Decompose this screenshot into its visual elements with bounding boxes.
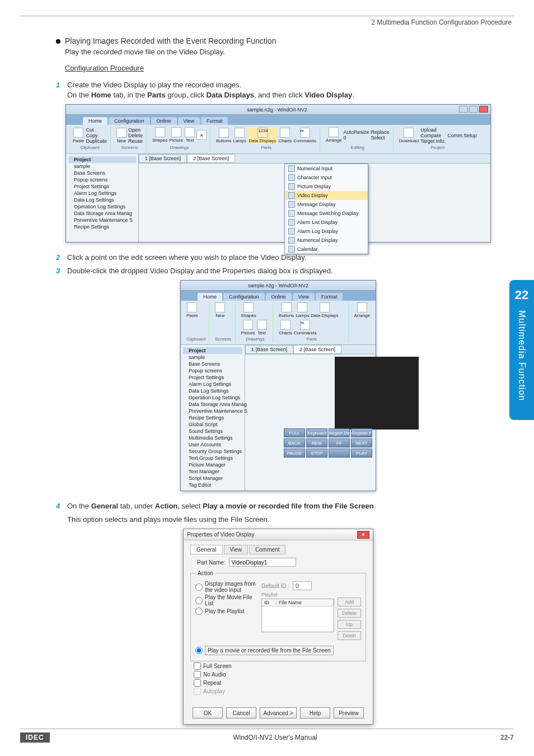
tree-item[interactable]: Preventive Maintenance S (183, 408, 242, 414)
check-no-audio[interactable]: No Audio (194, 671, 366, 678)
window-controls[interactable] (458, 106, 488, 114)
tab-general[interactable]: General (190, 545, 223, 554)
dropdown-item[interactable]: Numerical Display (285, 236, 368, 245)
text-button[interactable]: Text (185, 127, 195, 143)
tree-item[interactable]: Tag Editor (183, 482, 242, 488)
tree-item[interactable]: Project Settings (68, 183, 136, 190)
tree-item[interactable]: Operation Log Settings (183, 394, 242, 401)
preview-button[interactable]: Preview (334, 707, 364, 718)
keypad-button[interactable]: REW (306, 438, 327, 447)
tree-item[interactable]: Popup screens (183, 367, 242, 374)
dropdown-item[interactable]: Character Input (285, 173, 368, 182)
part-name-input[interactable] (229, 558, 296, 567)
dropdown-item[interactable]: Message Switching Display (285, 209, 368, 218)
tree-item[interactable]: Base Screens (183, 361, 242, 367)
data-displays-button[interactable]: 1234Data Displays (248, 127, 277, 144)
tab-comment[interactable]: Comment (249, 545, 285, 554)
dropdown-item[interactable]: Calendar (285, 245, 368, 254)
tree-item[interactable]: Security Group Settings (183, 448, 242, 455)
tree-item[interactable]: sample (183, 354, 242, 361)
cut-button[interactable]: Cut (86, 127, 107, 133)
dropdown-item[interactable]: Message Display (285, 200, 368, 209)
dropdown-item[interactable]: Picture Display (285, 182, 368, 191)
lamps-button[interactable]: Lamps (233, 128, 246, 143)
tree-item[interactable]: Data Storage Area Manag (68, 210, 136, 217)
dropdown-item[interactable]: Alarm Log Display (285, 227, 368, 236)
buttons-button[interactable]: Buttons (216, 128, 231, 143)
check-repeat[interactable]: Repeat (194, 679, 366, 687)
doc-tab[interactable]: 1 [Base Screen] (245, 345, 293, 354)
zero-field[interactable]: 0 (344, 135, 369, 141)
tree-item[interactable]: Project Settings (183, 374, 242, 381)
keypad-button[interactable]: BACK (284, 438, 305, 447)
tab-home[interactable]: Home (83, 117, 107, 125)
autoresize-button[interactable]: AutoResize (344, 129, 369, 135)
ok-button[interactable]: OK (193, 707, 223, 718)
a-button[interactable]: A (196, 130, 207, 140)
picture-button[interactable]: Picture (169, 127, 183, 143)
tab-home[interactable]: Home (198, 293, 222, 301)
radio-video-input[interactable]: Display images from the video input (195, 581, 261, 593)
tree-item[interactable]: Sound Settings (183, 428, 242, 435)
keypad-button[interactable]: PAUSE (284, 449, 305, 458)
compare-button[interactable]: Compare (420, 133, 446, 138)
keypad-button[interactable]: FULL (284, 428, 305, 437)
keypad-button[interactable]: FF (329, 438, 350, 447)
tree-item[interactable]: Alarm Log Settings (183, 381, 242, 388)
open-button[interactable]: Open (128, 127, 143, 133)
tab-format[interactable]: Format (316, 293, 343, 301)
delete-button[interactable]: Delete (128, 133, 143, 138)
reuse-button[interactable]: Reuse (128, 138, 143, 144)
tree-item[interactable]: Text Group Settings (183, 455, 242, 461)
tree-item[interactable]: Text Manager (183, 468, 242, 475)
commands-button[interactable]: fxCommands (293, 128, 316, 143)
keypad-button[interactable] (329, 449, 350, 458)
tree-item[interactable]: Data Storage Area Manag (183, 401, 242, 408)
tree-item[interactable]: Operation Log Settings (68, 203, 136, 210)
replace-button[interactable]: Replace (371, 129, 390, 135)
tree-item[interactable]: Data Log Settings (183, 388, 242, 394)
tree-item[interactable]: Alarm Log Settings (68, 190, 136, 197)
select-button[interactable]: Select (371, 135, 390, 141)
tree-item[interactable]: Multimedia Settings (183, 435, 242, 441)
advanced-button[interactable]: Advanced > (260, 707, 297, 718)
tab-view[interactable]: View (178, 117, 200, 125)
keypad-button[interactable]: Registr.De (329, 428, 350, 437)
keypad-button[interactable]: NEXT (351, 438, 372, 447)
tab-configuration[interactable]: Configuration (109, 117, 150, 125)
tab-view[interactable]: View (293, 293, 315, 301)
doc-tab[interactable]: 2 [Base Screen] (187, 154, 235, 163)
tree-item[interactable]: Picture Manager (183, 461, 242, 468)
comm-setup-button[interactable]: Comm.Setup (447, 133, 477, 138)
charts-button[interactable]: Charts (279, 128, 292, 143)
tree-item[interactable]: Base Screens (68, 170, 136, 176)
radio-playlist[interactable]: Play the Playlist (195, 608, 261, 615)
dropdown-item[interactable]: Numerical Input (285, 164, 368, 173)
tab-view[interactable]: View (224, 545, 249, 554)
help-button[interactable]: Help (300, 707, 330, 718)
tab-online[interactable]: Online (266, 293, 292, 301)
video-display-part[interactable] (335, 357, 419, 430)
tree-item[interactable]: Preventive Maintenance S (68, 217, 136, 223)
doc-tab[interactable]: 1 [Base Screen] (139, 154, 187, 163)
doc-tab[interactable]: 2 [Base Screen] (293, 345, 341, 354)
tab-online[interactable]: Online (151, 117, 177, 125)
keypad-button[interactable]: Keyboard (306, 428, 327, 437)
download-button[interactable]: Download (399, 128, 419, 143)
tab-format[interactable]: Format (201, 117, 228, 125)
close-button[interactable]: ✕ (357, 531, 369, 539)
new-button[interactable]: New (116, 128, 127, 143)
check-full-screen[interactable]: Full Screen (194, 662, 366, 670)
keypad-button[interactable]: Register.F (351, 428, 372, 437)
copy-button[interactable]: Copy (86, 133, 107, 138)
dropdown-item[interactable]: Alarm List Display (285, 218, 368, 227)
duplicate-button[interactable]: Duplicate (86, 138, 107, 144)
radio-file-screen[interactable]: Play a movie or recorded file from the F… (195, 646, 361, 655)
tree-item[interactable]: sample (68, 163, 136, 170)
tree-item[interactable]: User Accounts (183, 441, 242, 448)
keypad-button[interactable]: STOP (306, 449, 327, 458)
tree-item[interactable]: Script Manager (183, 475, 242, 482)
tree-item[interactable]: Recipe Settings (68, 223, 136, 230)
arrange-button[interactable]: Arrange (326, 127, 341, 143)
tree-item[interactable]: Global Script (183, 421, 242, 428)
